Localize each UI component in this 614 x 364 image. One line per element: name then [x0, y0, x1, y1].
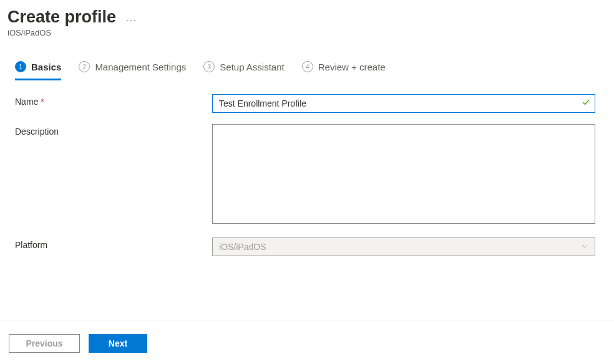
- page-subtitle: iOS/iPadOS: [7, 28, 607, 37]
- tab-label: Basics: [31, 62, 61, 72]
- required-indicator: *: [41, 97, 44, 107]
- tab-label: Review + create: [318, 62, 386, 72]
- tab-step-number: 4: [302, 61, 313, 72]
- footer-divider: [0, 320, 614, 320]
- page-header: Create profile ··· iOS/iPadOS: [0, 0, 614, 37]
- more-actions-icon[interactable]: ···: [126, 15, 137, 25]
- tab-management-settings[interactable]: 2 Management Settings: [79, 61, 186, 80]
- platform-select: iOS/iPadOS: [212, 237, 595, 256]
- page-title: Create profile: [7, 7, 116, 27]
- tab-label: Management Settings: [95, 62, 186, 72]
- next-button[interactable]: Next: [89, 334, 147, 353]
- tab-label: Setup Assistant: [220, 62, 284, 72]
- tab-review-create[interactable]: 4 Review + create: [302, 61, 386, 80]
- chevron-down-icon: [581, 242, 588, 252]
- tab-step-number: 3: [203, 61, 215, 72]
- platform-value: iOS/iPadOS: [219, 242, 266, 252]
- tab-basics[interactable]: 1 Basics: [15, 61, 61, 80]
- name-input[interactable]: [212, 94, 595, 113]
- tab-step-number: 2: [79, 61, 90, 72]
- description-label: Description: [15, 124, 212, 136]
- tab-setup-assistant[interactable]: 3 Setup Assistant: [203, 61, 284, 80]
- wizard-tabs: 1 Basics 2 Management Settings 3 Setup A…: [0, 37, 614, 80]
- footer-buttons: Previous Next: [9, 334, 147, 353]
- name-label: Name*: [15, 94, 212, 107]
- platform-label: Platform: [15, 237, 212, 250]
- tab-step-number: 1: [15, 61, 26, 72]
- form-area: Name* Description Platform iOS/iPadOS: [0, 80, 614, 256]
- previous-button: Previous: [9, 334, 80, 353]
- description-input[interactable]: [212, 124, 595, 224]
